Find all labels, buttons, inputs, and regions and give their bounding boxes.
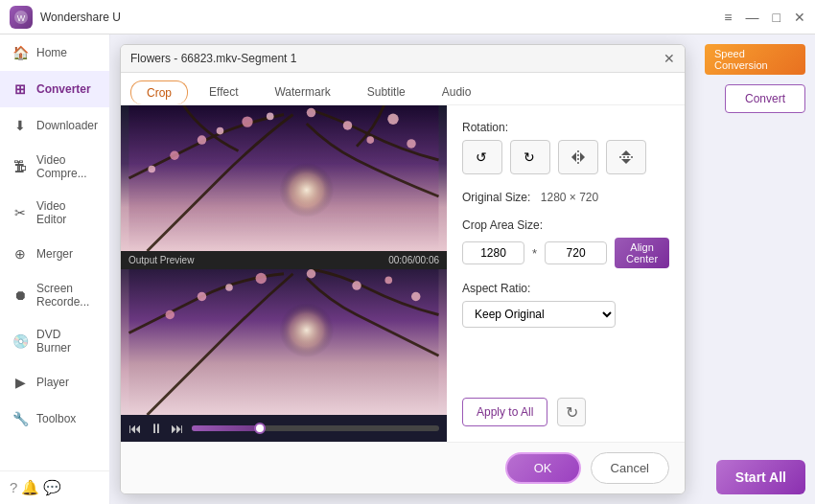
svg-marker-31 [621, 150, 631, 155]
tab-watermark[interactable]: Watermark [259, 80, 345, 104]
svg-point-9 [343, 121, 353, 129]
minimize-button[interactable]: — [746, 10, 759, 25]
menu-button[interactable]: ≡ [724, 10, 732, 25]
svg-text:W: W [17, 13, 26, 23]
dialog-title-bar: Flowers - 66823.mkv-Segment 1 ✕ [121, 45, 685, 73]
svg-point-19 [256, 273, 267, 284]
title-bar: W Wondershare U ≡ — □ ✕ [0, 0, 815, 34]
rotate-ccw-button[interactable]: ↺ [462, 140, 502, 174]
dialog-title: Flowers - 66823.mkv-Segment 1 [130, 52, 296, 65]
main-layout: 🏠 Home ⊞ Converter ⬇ Downloader 🗜 Video … [0, 34, 815, 504]
svg-point-24 [166, 310, 175, 320]
svg-point-14 [407, 139, 416, 149]
tab-audio[interactable]: Audio [427, 80, 487, 104]
svg-point-7 [267, 113, 274, 121]
align-center-button[interactable]: Align Center [615, 238, 669, 268]
dialog-settings-panel: Rotation: ↺ ↻ [447, 105, 685, 442]
sidebar-item-merger[interactable]: ⊕ Merger [0, 236, 109, 272]
title-bar-controls: ≡ — □ ✕ [724, 10, 805, 25]
notification-button[interactable]: 🔔 [21, 479, 39, 496]
skip-forward-button[interactable]: ⏭ [171, 421, 184, 436]
dialog-close-button[interactable]: ✕ [664, 51, 675, 66]
tab-effect[interactable]: Effect [194, 80, 253, 104]
maximize-button[interactable]: □ [773, 10, 780, 25]
dvd-burner-icon: 💿 [12, 332, 29, 350]
screen-recorder-icon: ⏺ [12, 286, 29, 304]
pause-button[interactable]: ⏸ [150, 421, 163, 436]
close-button[interactable]: ✕ [794, 10, 805, 25]
dialog-body: Output Preview 00:06/00:06 [121, 105, 685, 442]
svg-point-20 [307, 269, 316, 279]
video-controls: ⏮ ⏸ ⏭ [121, 415, 447, 442]
app-icon: W [10, 6, 33, 29]
svg-point-22 [384, 277, 392, 285]
progress-bar[interactable] [192, 425, 439, 431]
sidebar-item-player[interactable]: ▶ Player [0, 364, 109, 401]
sidebar-item-label: Home [36, 46, 67, 59]
sidebar-item-label: Merger [36, 247, 73, 261]
svg-point-18 [225, 284, 233, 291]
rotate-cw-button[interactable]: ↻ [510, 140, 550, 174]
aspect-ratio-label: Aspect Ratio: [462, 282, 669, 295]
apply-all-button[interactable]: Apply to All [462, 398, 547, 426]
svg-point-23 [411, 292, 421, 302]
svg-point-17 [198, 292, 207, 302]
sidebar-item-converter[interactable]: ⊞ Converter [0, 71, 109, 107]
tab-crop[interactable]: Crop [130, 80, 188, 104]
app-title: Wondershare U [40, 11, 121, 24]
reset-button[interactable]: ↻ [557, 398, 586, 426]
sidebar-item-label: Downloader [36, 119, 98, 132]
flip-horizontal-button[interactable] [558, 140, 598, 174]
video-preview-top [121, 105, 447, 251]
tab-subtitle[interactable]: Subtitle [352, 80, 421, 104]
crop-dialog: Flowers - 66823.mkv-Segment 1 ✕ Crop Eff… [120, 44, 686, 494]
sidebar: 🏠 Home ⊞ Converter ⬇ Downloader 🗜 Video … [0, 34, 110, 504]
sidebar-item-dvd-burner[interactable]: 💿 DVD Burner [0, 318, 109, 364]
sidebar-item-toolbox[interactable]: 🔧 Toolbox [0, 401, 109, 437]
sidebar-item-label: Player [36, 376, 69, 389]
right-panel: Speed Conversion Convert Start All [695, 34, 815, 504]
sidebar-bottom: ? 🔔 💬 [0, 470, 109, 504]
downloader-icon: ⬇ [12, 117, 29, 134]
output-preview-label: Output Preview [128, 255, 194, 265]
merger-icon: ⊕ [12, 245, 29, 263]
start-all-button[interactable]: Start All [716, 460, 805, 494]
aspect-ratio-select[interactable]: Keep Original 16:9 4:3 1:1 9:16 [462, 301, 616, 328]
home-icon: 🏠 [12, 44, 29, 61]
chat-button[interactable]: 💬 [43, 479, 61, 496]
skip-back-button[interactable]: ⏮ [128, 421, 142, 436]
video-divider: Output Preview 00:06/00:06 [121, 251, 447, 269]
aspect-ratio-section: Aspect Ratio: Keep Original 16:9 4:3 1:1… [462, 282, 669, 328]
speed-badge: Speed Conversion [705, 44, 805, 75]
content-area: Flowers - 66823.mkv-Segment 1 ✕ Crop Eff… [110, 34, 815, 504]
ok-button[interactable]: OK [505, 452, 581, 484]
rotation-label: Rotation: [462, 121, 669, 134]
svg-marker-28 [571, 152, 576, 162]
dialog-and-right: Flowers - 66823.mkv-Segment 1 ✕ Crop Eff… [110, 34, 815, 504]
svg-point-8 [307, 108, 316, 118]
svg-point-11 [387, 114, 398, 125]
reset-icon: ↻ [566, 403, 578, 422]
crop-height-input[interactable] [545, 241, 607, 264]
sidebar-item-label: Screen Recorde... [36, 282, 98, 309]
cancel-button[interactable]: Cancel [591, 452, 669, 484]
help-button[interactable]: ? [10, 479, 17, 496]
crop-width-input[interactable] [462, 241, 524, 264]
sidebar-item-video-editor[interactable]: ✂ Video Editor [0, 190, 109, 236]
sidebar-item-label: Converter [36, 82, 91, 96]
sidebar-item-home[interactable]: 🏠 Home [0, 34, 109, 71]
sidebar-item-video-compress[interactable]: 🗜 Video Compre... [0, 144, 109, 190]
title-bar-left: W Wondershare U [10, 6, 121, 29]
sidebar-item-screen-recorder[interactable]: ⏺ Screen Recorde... [0, 272, 109, 318]
sidebar-item-downloader[interactable]: ⬇ Downloader [0, 107, 109, 144]
convert-button[interactable]: Convert [725, 84, 805, 113]
video-area: Output Preview 00:06/00:06 [121, 105, 447, 442]
svg-point-3 [257, 140, 348, 231]
flip-vertical-button[interactable] [606, 140, 646, 174]
player-icon: ▶ [12, 374, 29, 391]
bottom-buttons: Apply to All ↻ [462, 398, 669, 426]
rotation-section: Rotation: ↺ ↻ [462, 121, 669, 174]
svg-point-12 [170, 151, 179, 161]
toolbox-icon: 🔧 [12, 410, 29, 427]
crop-area-label: Crop Area Size: [462, 218, 669, 232]
